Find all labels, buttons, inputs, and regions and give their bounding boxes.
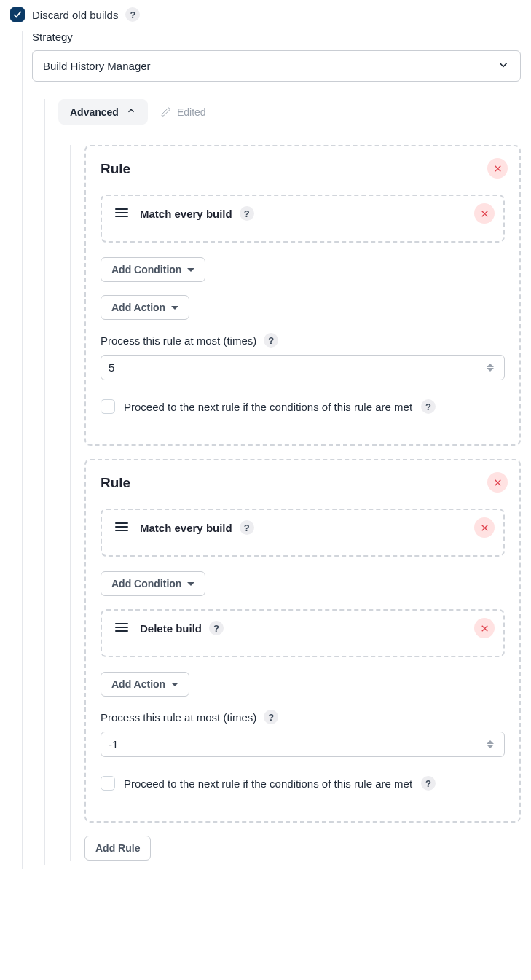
pencil-icon — [161, 107, 171, 117]
process-times-input[interactable]: 5 — [101, 355, 505, 380]
rule-title: Rule — [101, 161, 505, 177]
proceed-checkbox[interactable] — [101, 776, 115, 791]
proceed-checkbox[interactable] — [101, 399, 115, 414]
number-stepper[interactable] — [487, 364, 497, 372]
proceed-help-icon[interactable]: ? — [421, 399, 436, 414]
close-icon — [493, 164, 503, 173]
drag-handle-icon[interactable] — [115, 522, 128, 533]
rule-card: Rule Match every build ? Add Condition — [84, 145, 521, 446]
process-times-value: 5 — [109, 361, 114, 374]
close-icon — [480, 624, 489, 633]
chevron-down-icon — [497, 58, 510, 74]
check-icon — [12, 9, 23, 20]
condition-card: Match every build ? — [101, 509, 505, 557]
advanced-toggle-button[interactable]: Advanced — [58, 99, 148, 125]
strategy-select[interactable]: Build History Manager — [32, 50, 521, 82]
condition-help-icon[interactable]: ? — [240, 206, 254, 221]
add-action-label: Add Action — [111, 302, 165, 313]
stepper-down-icon — [487, 368, 494, 372]
process-help-icon[interactable]: ? — [264, 333, 278, 348]
discard-old-builds-label: Discard old builds — [32, 9, 118, 21]
close-icon — [480, 523, 489, 533]
delete-rule-button[interactable] — [487, 158, 508, 179]
condition-card: Match every build ? — [101, 195, 505, 243]
rule-title: Rule — [101, 475, 505, 491]
discard-old-builds-checkbox[interactable] — [10, 7, 25, 22]
strategy-selected-value: Build History Manager — [43, 60, 151, 72]
chevron-up-icon — [126, 106, 136, 118]
process-label: Process this rule at most (times) — [101, 711, 256, 724]
add-condition-button[interactable]: Add Condition — [101, 571, 205, 596]
drag-handle-icon[interactable] — [115, 623, 128, 633]
delete-condition-button[interactable] — [474, 203, 495, 224]
stepper-up-icon — [487, 740, 494, 744]
action-help-icon[interactable]: ? — [209, 621, 224, 635]
caret-down-icon — [187, 268, 194, 272]
caret-down-icon — [171, 306, 178, 310]
advanced-label: Advanced — [70, 106, 119, 118]
proceed-label: Proceed to the next rule if the conditio… — [124, 777, 412, 790]
add-condition-label: Add Condition — [111, 264, 181, 275]
add-rule-label: Add Rule — [95, 842, 140, 854]
rule-card: Rule Match every build ? Add Condition — [84, 459, 521, 823]
add-action-button[interactable]: Add Action — [101, 672, 189, 697]
add-rule-button[interactable]: Add Rule — [84, 836, 151, 861]
proceed-help-icon[interactable]: ? — [421, 776, 436, 791]
add-action-button[interactable]: Add Action — [101, 295, 189, 320]
edited-indicator: Edited — [161, 106, 206, 118]
process-times-input[interactable]: -1 — [101, 732, 505, 757]
add-action-label: Add Action — [111, 678, 165, 690]
drag-handle-icon[interactable] — [115, 208, 128, 219]
condition-label: Match every build — [140, 208, 232, 220]
caret-down-icon — [171, 683, 178, 686]
edited-label: Edited — [177, 106, 206, 118]
process-times-value: -1 — [109, 738, 118, 750]
delete-rule-button[interactable] — [487, 472, 508, 493]
process-help-icon[interactable]: ? — [264, 710, 278, 724]
add-condition-button[interactable]: Add Condition — [101, 257, 205, 282]
delete-action-button[interactable] — [474, 618, 495, 638]
strategy-label: Strategy — [32, 31, 521, 43]
proceed-label: Proceed to the next rule if the conditio… — [124, 401, 412, 413]
close-icon — [493, 478, 503, 487]
add-condition-label: Add Condition — [111, 578, 181, 589]
condition-help-icon[interactable]: ? — [240, 520, 254, 535]
discard-help-icon[interactable]: ? — [125, 7, 140, 22]
close-icon — [480, 209, 489, 219]
action-card: Delete build ? — [101, 609, 505, 657]
stepper-down-icon — [487, 745, 494, 748]
caret-down-icon — [187, 582, 194, 586]
stepper-up-icon — [487, 364, 494, 367]
condition-label: Match every build — [140, 522, 232, 534]
action-label: Delete build — [140, 622, 202, 635]
number-stepper[interactable] — [487, 740, 497, 748]
process-label: Process this rule at most (times) — [101, 334, 256, 347]
delete-condition-button[interactable] — [474, 517, 495, 538]
